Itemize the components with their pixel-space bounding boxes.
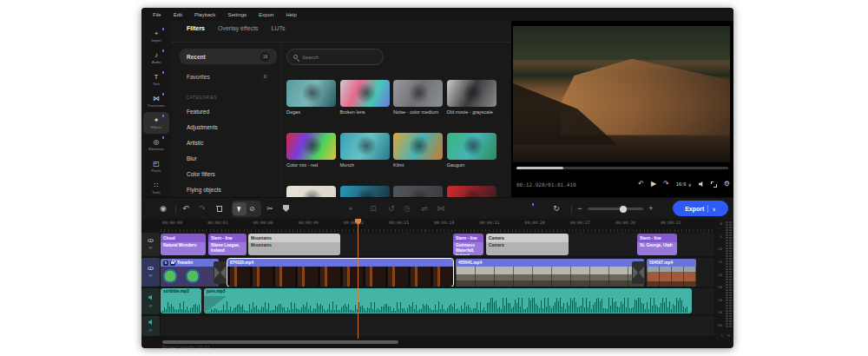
zoom-slider-handle[interactable] xyxy=(620,206,627,213)
visibility-eye-icon[interactable] xyxy=(148,267,154,271)
sidebar-item-effects[interactable]: ✦Effects xyxy=(143,112,169,134)
clip-speed-clock-icon[interactable]: ◷ xyxy=(401,201,413,216)
sidebar-item-audio[interactable]: ♪Audio xyxy=(143,47,169,69)
collection-favorites[interactable]: Favorites0 xyxy=(180,69,277,84)
filter-card[interactable]: Gauguin xyxy=(447,133,496,175)
clip-adjust-icon[interactable]: ⇅ xyxy=(163,260,168,266)
filter-card[interactable]: Old movie - grayscale xyxy=(447,80,496,122)
split-scissors-icon[interactable]: ✂ xyxy=(264,201,276,216)
preview-volume-icon[interactable] xyxy=(699,181,704,187)
waveform-bar xyxy=(603,308,604,313)
audio-track-header[interactable]: ∞ xyxy=(141,316,160,336)
video-clip[interactable]: ⇅Travelin xyxy=(161,259,219,287)
transition-marker[interactable] xyxy=(632,261,645,284)
audio-track-header[interactable]: ∞ xyxy=(141,288,160,314)
menu-settings[interactable]: Settings xyxy=(221,12,253,17)
menu-edit[interactable]: Edit xyxy=(168,12,188,17)
title-clip[interactable]: Stern - lineSlieve League, Ireland xyxy=(208,234,247,255)
category-color-filters[interactable]: Color filters xyxy=(187,166,221,181)
jump-forward-icon[interactable]: ↷ xyxy=(663,180,669,188)
tab-overlay-effects[interactable]: Overlay effects xyxy=(218,25,259,31)
link-track-icon[interactable]: ∞ xyxy=(148,328,152,333)
waveform-bar xyxy=(233,308,234,313)
speaker-icon[interactable] xyxy=(148,295,154,300)
titles-track-header[interactable]: ∞ xyxy=(141,233,160,256)
title-clip[interactable]: Stern - lineSt. George, Utah xyxy=(637,234,677,255)
menu-help[interactable]: Help xyxy=(279,12,302,17)
jump-back-icon[interactable]: ↶ xyxy=(638,180,644,188)
video-track-header[interactable]: ∞ xyxy=(141,258,160,287)
link-track-icon[interactable]: ∞ xyxy=(148,304,152,308)
video-clip[interactable]: 504507.mp4 xyxy=(647,259,696,287)
sidebar-item-packs[interactable]: ◰Packs xyxy=(143,155,169,177)
video-clip[interactable]: 874320.mp4 xyxy=(227,259,453,287)
preview-progress-bar[interactable] xyxy=(516,167,728,169)
scale-box-icon[interactable]: ⊡ xyxy=(367,201,379,216)
transition-marker[interactable] xyxy=(214,261,227,284)
filter-card[interactable]: Color mix - red xyxy=(286,133,336,175)
category-artistic[interactable]: Artistic xyxy=(187,135,221,150)
title-clip[interactable]: MountainsMountains xyxy=(248,234,340,255)
title-clip[interactable]: Stern - lineGuinness Waterfall, Ireland xyxy=(453,234,483,255)
speaker-icon[interactable] xyxy=(148,320,154,325)
audio-clip[interactable]: scribble.mp3 xyxy=(161,288,201,313)
sidebar-item-import[interactable]: +Import xyxy=(143,25,169,47)
motion-tracking-icon[interactable]: ↻ xyxy=(550,201,562,216)
transition-wizard-icon[interactable]: ⋈ xyxy=(435,201,447,216)
play-icon[interactable]: ▶ xyxy=(651,180,656,188)
delete-trash-icon[interactable] xyxy=(216,205,222,212)
filter-card[interactable]: Broken lens xyxy=(340,80,390,122)
menu-export[interactable]: Export xyxy=(253,12,279,17)
title-clip[interactable]: CameraCamera xyxy=(486,234,569,255)
zoom-in-plus[interactable]: + xyxy=(645,201,657,216)
title-clip[interactable]: CloudNatural Wonders xyxy=(161,234,206,255)
waveform-bar xyxy=(650,298,651,313)
search-input[interactable] xyxy=(302,55,372,60)
cursor-tool-button[interactable] xyxy=(233,202,247,215)
link-track-icon[interactable]: ∞ xyxy=(148,274,152,278)
undo-icon[interactable]: ↶ xyxy=(180,201,192,216)
fullscreen-icon[interactable] xyxy=(711,181,717,188)
category-blur[interactable]: Blur xyxy=(187,150,221,166)
sidebar-item-text[interactable]: TText xyxy=(143,69,169,90)
export-button[interactable]: Export ∨ xyxy=(673,201,728,216)
record-icon[interactable]: ◉ xyxy=(157,201,169,216)
category-featured[interactable]: Featured xyxy=(187,103,221,119)
aspect-ratio-select[interactable]: 16:9 ∨ xyxy=(676,181,692,188)
horizontal-scrollbar[interactable] xyxy=(162,340,398,344)
filter-card[interactable]: Noise - color medium xyxy=(393,80,443,122)
crop-rotate-icon[interactable]: ↺ xyxy=(385,201,398,216)
search-box[interactable] xyxy=(286,49,384,65)
clip-lock-icon[interactable] xyxy=(170,260,175,266)
link-track-icon[interactable]: ∞ xyxy=(148,246,152,250)
sidebar-item-tools[interactable]: ∷Tools xyxy=(143,177,169,199)
zoom-out-minus[interactable]: − xyxy=(574,201,586,216)
category-adjustments[interactable]: Adjustments xyxy=(187,119,221,135)
sidebar-item-transitions[interactable]: ⋈Transitions xyxy=(143,90,169,112)
menu-file[interactable]: File xyxy=(147,12,168,17)
video-clip[interactable]: 455641.mp4 xyxy=(456,259,644,287)
marker-shield-icon[interactable] xyxy=(283,205,289,212)
filter-card[interactable]: Klimt xyxy=(393,133,443,175)
position-crosshair-icon[interactable]: ⌖ xyxy=(345,201,357,216)
color-adjust-sliders-icon[interactable]: ⇌ xyxy=(418,201,431,216)
collection-recent[interactable]: Recent18 xyxy=(180,49,277,64)
sidebar-item-elements[interactable]: ◎Elements xyxy=(143,134,169,155)
preview-settings-gear-icon[interactable]: ⚙ xyxy=(724,180,730,188)
filter-card[interactable]: Munch xyxy=(340,133,390,175)
playhead-line[interactable] xyxy=(358,221,358,339)
timeline-zoom-slider[interactable] xyxy=(588,208,643,210)
redo-icon[interactable]: ↷ xyxy=(196,201,208,216)
filter-card[interactable]: Degas xyxy=(286,80,336,122)
waveform-bar xyxy=(239,304,240,313)
video-preview[interactable] xyxy=(513,26,730,162)
timeline-ruler[interactable]: 00:00:0000:00:0300:00:0600:00:0900:00:12… xyxy=(161,219,714,233)
visibility-eye-icon[interactable] xyxy=(148,239,154,243)
tab-luts[interactable]: LUTs xyxy=(272,25,286,31)
audio-clip[interactable]: juno.mp3 xyxy=(204,288,692,313)
slip-tool-button[interactable]: ⊘ xyxy=(249,205,255,213)
menu-playback[interactable]: Playback xyxy=(188,12,221,17)
tab-filters[interactable]: Filters xyxy=(187,25,205,31)
category-flying-objects[interactable]: Flying objects xyxy=(187,181,221,197)
video-clip-name: 504507.mp4 xyxy=(647,259,696,267)
